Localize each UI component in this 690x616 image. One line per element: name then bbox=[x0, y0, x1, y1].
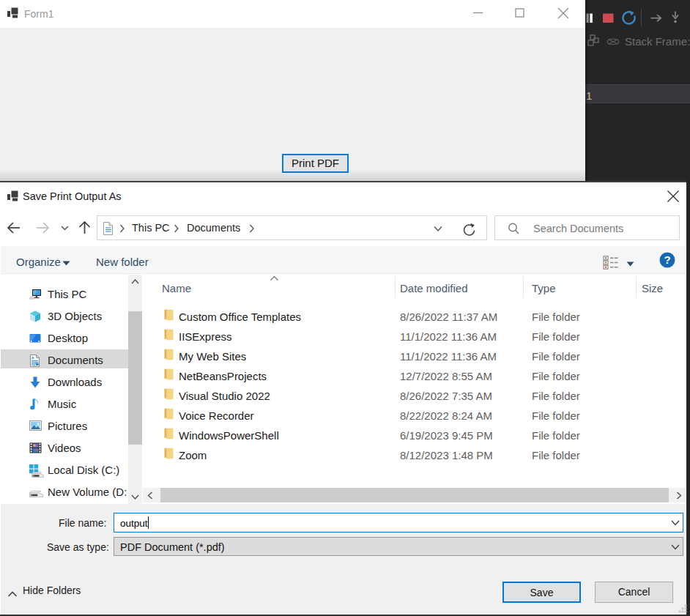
svg-text:?: ? bbox=[664, 253, 670, 266]
